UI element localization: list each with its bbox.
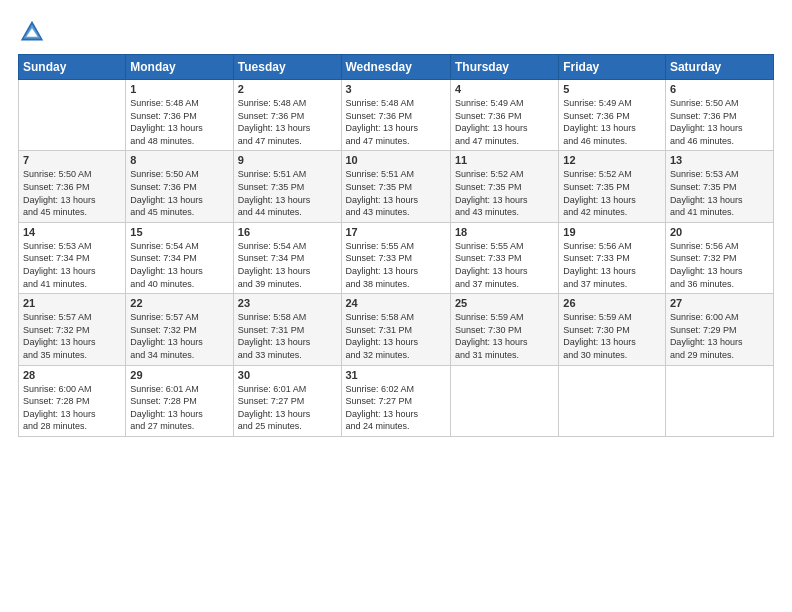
day-info: Sunrise: 5:51 AM Sunset: 7:35 PM Dayligh… [238,168,337,218]
calendar-cell: 8Sunrise: 5:50 AM Sunset: 7:36 PM Daylig… [126,151,233,222]
calendar-cell: 22Sunrise: 5:57 AM Sunset: 7:32 PM Dayli… [126,294,233,365]
day-header-wednesday: Wednesday [341,55,450,80]
calendar-cell: 13Sunrise: 5:53 AM Sunset: 7:35 PM Dayli… [665,151,773,222]
day-number: 4 [455,83,554,95]
day-number: 11 [455,154,554,166]
day-info: Sunrise: 5:54 AM Sunset: 7:34 PM Dayligh… [130,240,228,290]
day-number: 31 [346,369,446,381]
calendar-cell: 19Sunrise: 5:56 AM Sunset: 7:33 PM Dayli… [559,222,666,293]
week-row-3: 21Sunrise: 5:57 AM Sunset: 7:32 PM Dayli… [19,294,774,365]
day-info: Sunrise: 5:59 AM Sunset: 7:30 PM Dayligh… [563,311,661,361]
day-header-tuesday: Tuesday [233,55,341,80]
day-number: 29 [130,369,228,381]
day-number: 25 [455,297,554,309]
calendar-cell: 14Sunrise: 5:53 AM Sunset: 7:34 PM Dayli… [19,222,126,293]
day-info: Sunrise: 5:48 AM Sunset: 7:36 PM Dayligh… [238,97,337,147]
day-number: 30 [238,369,337,381]
calendar-cell: 25Sunrise: 5:59 AM Sunset: 7:30 PM Dayli… [450,294,558,365]
calendar-table: SundayMondayTuesdayWednesdayThursdayFrid… [18,54,774,437]
day-info: Sunrise: 5:48 AM Sunset: 7:36 PM Dayligh… [130,97,228,147]
logo-icon [18,18,46,46]
day-number: 3 [346,83,446,95]
day-number: 12 [563,154,661,166]
day-info: Sunrise: 5:55 AM Sunset: 7:33 PM Dayligh… [455,240,554,290]
calendar-cell: 3Sunrise: 5:48 AM Sunset: 7:36 PM Daylig… [341,80,450,151]
calendar-cell: 15Sunrise: 5:54 AM Sunset: 7:34 PM Dayli… [126,222,233,293]
calendar-cell: 5Sunrise: 5:49 AM Sunset: 7:36 PM Daylig… [559,80,666,151]
day-header-sunday: Sunday [19,55,126,80]
day-number: 27 [670,297,769,309]
day-number: 17 [346,226,446,238]
day-number: 22 [130,297,228,309]
calendar-cell: 26Sunrise: 5:59 AM Sunset: 7:30 PM Dayli… [559,294,666,365]
calendar-cell: 1Sunrise: 5:48 AM Sunset: 7:36 PM Daylig… [126,80,233,151]
day-header-friday: Friday [559,55,666,80]
day-info: Sunrise: 5:50 AM Sunset: 7:36 PM Dayligh… [130,168,228,218]
day-number: 14 [23,226,121,238]
calendar-cell: 7Sunrise: 5:50 AM Sunset: 7:36 PM Daylig… [19,151,126,222]
day-number: 18 [455,226,554,238]
day-info: Sunrise: 5:57 AM Sunset: 7:32 PM Dayligh… [130,311,228,361]
week-row-1: 7Sunrise: 5:50 AM Sunset: 7:36 PM Daylig… [19,151,774,222]
day-info: Sunrise: 5:52 AM Sunset: 7:35 PM Dayligh… [455,168,554,218]
calendar-cell: 2Sunrise: 5:48 AM Sunset: 7:36 PM Daylig… [233,80,341,151]
calendar-cell: 17Sunrise: 5:55 AM Sunset: 7:33 PM Dayli… [341,222,450,293]
calendar-cell [559,365,666,436]
day-info: Sunrise: 5:58 AM Sunset: 7:31 PM Dayligh… [346,311,446,361]
day-number: 26 [563,297,661,309]
calendar-cell: 20Sunrise: 5:56 AM Sunset: 7:32 PM Dayli… [665,222,773,293]
calendar-cell: 23Sunrise: 5:58 AM Sunset: 7:31 PM Dayli… [233,294,341,365]
calendar-cell: 31Sunrise: 6:02 AM Sunset: 7:27 PM Dayli… [341,365,450,436]
calendar-cell: 21Sunrise: 5:57 AM Sunset: 7:32 PM Dayli… [19,294,126,365]
day-info: Sunrise: 5:54 AM Sunset: 7:34 PM Dayligh… [238,240,337,290]
day-number: 23 [238,297,337,309]
day-info: Sunrise: 6:00 AM Sunset: 7:29 PM Dayligh… [670,311,769,361]
day-number: 24 [346,297,446,309]
day-info: Sunrise: 5:55 AM Sunset: 7:33 PM Dayligh… [346,240,446,290]
day-number: 2 [238,83,337,95]
day-number: 1 [130,83,228,95]
calendar-cell: 27Sunrise: 6:00 AM Sunset: 7:29 PM Dayli… [665,294,773,365]
day-number: 28 [23,369,121,381]
week-row-2: 14Sunrise: 5:53 AM Sunset: 7:34 PM Dayli… [19,222,774,293]
day-number: 7 [23,154,121,166]
day-info: Sunrise: 5:56 AM Sunset: 7:33 PM Dayligh… [563,240,661,290]
day-info: Sunrise: 6:01 AM Sunset: 7:28 PM Dayligh… [130,383,228,433]
day-number: 8 [130,154,228,166]
day-number: 10 [346,154,446,166]
day-number: 15 [130,226,228,238]
day-number: 16 [238,226,337,238]
day-number: 13 [670,154,769,166]
day-info: Sunrise: 5:48 AM Sunset: 7:36 PM Dayligh… [346,97,446,147]
week-row-0: 1Sunrise: 5:48 AM Sunset: 7:36 PM Daylig… [19,80,774,151]
calendar-cell: 28Sunrise: 6:00 AM Sunset: 7:28 PM Dayli… [19,365,126,436]
calendar-cell: 4Sunrise: 5:49 AM Sunset: 7:36 PM Daylig… [450,80,558,151]
day-header-monday: Monday [126,55,233,80]
week-row-4: 28Sunrise: 6:00 AM Sunset: 7:28 PM Dayli… [19,365,774,436]
calendar-cell: 24Sunrise: 5:58 AM Sunset: 7:31 PM Dayli… [341,294,450,365]
calendar-cell: 12Sunrise: 5:52 AM Sunset: 7:35 PM Dayli… [559,151,666,222]
day-number: 6 [670,83,769,95]
calendar-cell: 30Sunrise: 6:01 AM Sunset: 7:27 PM Dayli… [233,365,341,436]
calendar-cell: 9Sunrise: 5:51 AM Sunset: 7:35 PM Daylig… [233,151,341,222]
day-number: 9 [238,154,337,166]
day-number: 21 [23,297,121,309]
logo [18,18,50,46]
day-info: Sunrise: 5:49 AM Sunset: 7:36 PM Dayligh… [455,97,554,147]
day-number: 20 [670,226,769,238]
day-info: Sunrise: 5:59 AM Sunset: 7:30 PM Dayligh… [455,311,554,361]
day-info: Sunrise: 5:51 AM Sunset: 7:35 PM Dayligh… [346,168,446,218]
day-info: Sunrise: 5:52 AM Sunset: 7:35 PM Dayligh… [563,168,661,218]
day-number: 5 [563,83,661,95]
calendar-cell [665,365,773,436]
calendar-cell [19,80,126,151]
calendar-cell: 10Sunrise: 5:51 AM Sunset: 7:35 PM Dayli… [341,151,450,222]
calendar-cell: 6Sunrise: 5:50 AM Sunset: 7:36 PM Daylig… [665,80,773,151]
day-info: Sunrise: 5:50 AM Sunset: 7:36 PM Dayligh… [23,168,121,218]
day-info: Sunrise: 5:56 AM Sunset: 7:32 PM Dayligh… [670,240,769,290]
day-info: Sunrise: 5:49 AM Sunset: 7:36 PM Dayligh… [563,97,661,147]
header-row: SundayMondayTuesdayWednesdayThursdayFrid… [19,55,774,80]
header [18,18,774,46]
day-info: Sunrise: 5:57 AM Sunset: 7:32 PM Dayligh… [23,311,121,361]
calendar-page: SundayMondayTuesdayWednesdayThursdayFrid… [0,0,792,612]
